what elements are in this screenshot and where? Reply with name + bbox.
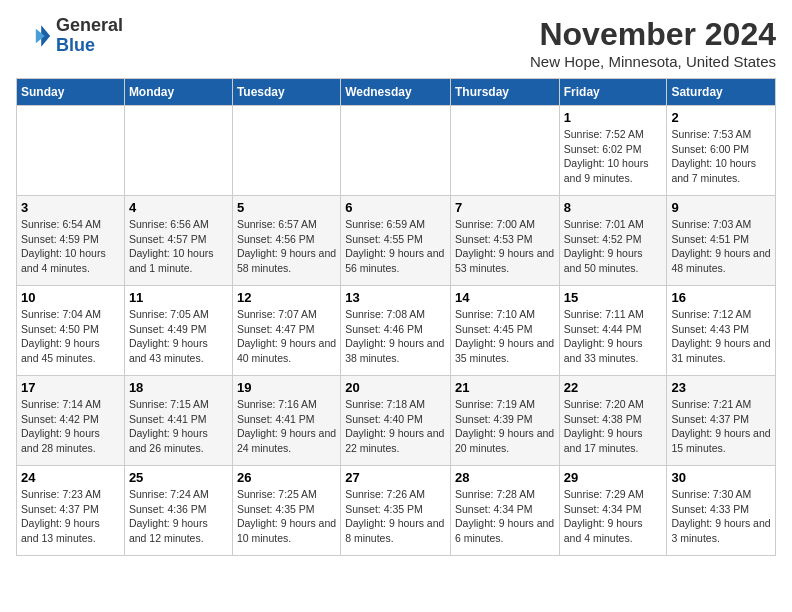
calendar-cell: 26Sunrise: 7:25 AM Sunset: 4:35 PM Dayli… (232, 466, 340, 556)
day-info: Sunrise: 7:23 AM Sunset: 4:37 PM Dayligh… (21, 487, 120, 546)
calendar-cell: 4Sunrise: 6:56 AM Sunset: 4:57 PM Daylig… (124, 196, 232, 286)
day-info: Sunrise: 7:14 AM Sunset: 4:42 PM Dayligh… (21, 397, 120, 456)
day-of-week-header: Sunday (17, 79, 125, 106)
day-number: 14 (455, 290, 555, 305)
calendar-week-row: 3Sunrise: 6:54 AM Sunset: 4:59 PM Daylig… (17, 196, 776, 286)
calendar-cell: 8Sunrise: 7:01 AM Sunset: 4:52 PM Daylig… (559, 196, 667, 286)
calendar-cell: 19Sunrise: 7:16 AM Sunset: 4:41 PM Dayli… (232, 376, 340, 466)
calendar-cell: 7Sunrise: 7:00 AM Sunset: 4:53 PM Daylig… (450, 196, 559, 286)
day-number: 7 (455, 200, 555, 215)
day-info: Sunrise: 7:12 AM Sunset: 4:43 PM Dayligh… (671, 307, 771, 366)
day-info: Sunrise: 7:53 AM Sunset: 6:00 PM Dayligh… (671, 127, 771, 186)
day-info: Sunrise: 7:18 AM Sunset: 4:40 PM Dayligh… (345, 397, 446, 456)
day-number: 16 (671, 290, 771, 305)
title-block: November 2024 New Hope, Minnesota, Unite… (530, 16, 776, 70)
logo-text: General Blue (56, 16, 123, 56)
calendar-cell: 13Sunrise: 7:08 AM Sunset: 4:46 PM Dayli… (341, 286, 451, 376)
day-info: Sunrise: 7:26 AM Sunset: 4:35 PM Dayligh… (345, 487, 446, 546)
day-info: Sunrise: 6:59 AM Sunset: 4:55 PM Dayligh… (345, 217, 446, 276)
day-number: 15 (564, 290, 663, 305)
location-subtitle: New Hope, Minnesota, United States (530, 53, 776, 70)
calendar-week-row: 10Sunrise: 7:04 AM Sunset: 4:50 PM Dayli… (17, 286, 776, 376)
day-number: 9 (671, 200, 771, 215)
day-info: Sunrise: 7:29 AM Sunset: 4:34 PM Dayligh… (564, 487, 663, 546)
day-number: 10 (21, 290, 120, 305)
calendar-week-row: 17Sunrise: 7:14 AM Sunset: 4:42 PM Dayli… (17, 376, 776, 466)
page-header: General Blue November 2024 New Hope, Min… (16, 16, 776, 70)
day-number: 18 (129, 380, 228, 395)
calendar-cell: 20Sunrise: 7:18 AM Sunset: 4:40 PM Dayli… (341, 376, 451, 466)
day-of-week-header: Friday (559, 79, 667, 106)
day-number: 17 (21, 380, 120, 395)
calendar-cell (17, 106, 125, 196)
month-year-title: November 2024 (530, 16, 776, 53)
calendar-cell: 21Sunrise: 7:19 AM Sunset: 4:39 PM Dayli… (450, 376, 559, 466)
calendar-cell: 1Sunrise: 7:52 AM Sunset: 6:02 PM Daylig… (559, 106, 667, 196)
day-info: Sunrise: 7:10 AM Sunset: 4:45 PM Dayligh… (455, 307, 555, 366)
day-number: 30 (671, 470, 771, 485)
day-number: 28 (455, 470, 555, 485)
day-of-week-header: Thursday (450, 79, 559, 106)
day-info: Sunrise: 7:28 AM Sunset: 4:34 PM Dayligh… (455, 487, 555, 546)
day-number: 11 (129, 290, 228, 305)
calendar-header: SundayMondayTuesdayWednesdayThursdayFrid… (17, 79, 776, 106)
calendar-cell: 18Sunrise: 7:15 AM Sunset: 4:41 PM Dayli… (124, 376, 232, 466)
day-number: 23 (671, 380, 771, 395)
day-info: Sunrise: 7:24 AM Sunset: 4:36 PM Dayligh… (129, 487, 228, 546)
calendar-cell (124, 106, 232, 196)
calendar-cell: 2Sunrise: 7:53 AM Sunset: 6:00 PM Daylig… (667, 106, 776, 196)
day-info: Sunrise: 7:01 AM Sunset: 4:52 PM Dayligh… (564, 217, 663, 276)
calendar-cell: 3Sunrise: 6:54 AM Sunset: 4:59 PM Daylig… (17, 196, 125, 286)
calendar-cell: 23Sunrise: 7:21 AM Sunset: 4:37 PM Dayli… (667, 376, 776, 466)
calendar-cell: 22Sunrise: 7:20 AM Sunset: 4:38 PM Dayli… (559, 376, 667, 466)
calendar-cell: 11Sunrise: 7:05 AM Sunset: 4:49 PM Dayli… (124, 286, 232, 376)
day-number: 20 (345, 380, 446, 395)
day-number: 12 (237, 290, 336, 305)
day-number: 6 (345, 200, 446, 215)
calendar-cell: 24Sunrise: 7:23 AM Sunset: 4:37 PM Dayli… (17, 466, 125, 556)
day-number: 2 (671, 110, 771, 125)
day-number: 24 (21, 470, 120, 485)
day-info: Sunrise: 7:11 AM Sunset: 4:44 PM Dayligh… (564, 307, 663, 366)
day-info: Sunrise: 7:04 AM Sunset: 4:50 PM Dayligh… (21, 307, 120, 366)
calendar-cell: 14Sunrise: 7:10 AM Sunset: 4:45 PM Dayli… (450, 286, 559, 376)
day-info: Sunrise: 7:16 AM Sunset: 4:41 PM Dayligh… (237, 397, 336, 456)
day-number: 21 (455, 380, 555, 395)
day-info: Sunrise: 7:07 AM Sunset: 4:47 PM Dayligh… (237, 307, 336, 366)
calendar-cell: 29Sunrise: 7:29 AM Sunset: 4:34 PM Dayli… (559, 466, 667, 556)
calendar-cell: 28Sunrise: 7:28 AM Sunset: 4:34 PM Dayli… (450, 466, 559, 556)
day-info: Sunrise: 7:03 AM Sunset: 4:51 PM Dayligh… (671, 217, 771, 276)
day-info: Sunrise: 7:25 AM Sunset: 4:35 PM Dayligh… (237, 487, 336, 546)
day-number: 8 (564, 200, 663, 215)
day-of-week-header: Tuesday (232, 79, 340, 106)
calendar-cell: 12Sunrise: 7:07 AM Sunset: 4:47 PM Dayli… (232, 286, 340, 376)
calendar-table: SundayMondayTuesdayWednesdayThursdayFrid… (16, 78, 776, 556)
calendar-cell: 25Sunrise: 7:24 AM Sunset: 4:36 PM Dayli… (124, 466, 232, 556)
day-info: Sunrise: 7:20 AM Sunset: 4:38 PM Dayligh… (564, 397, 663, 456)
calendar-cell: 16Sunrise: 7:12 AM Sunset: 4:43 PM Dayli… (667, 286, 776, 376)
calendar-week-row: 24Sunrise: 7:23 AM Sunset: 4:37 PM Dayli… (17, 466, 776, 556)
calendar-cell: 6Sunrise: 6:59 AM Sunset: 4:55 PM Daylig… (341, 196, 451, 286)
day-of-week-header: Monday (124, 79, 232, 106)
day-of-week-header: Saturday (667, 79, 776, 106)
calendar-cell: 15Sunrise: 7:11 AM Sunset: 4:44 PM Dayli… (559, 286, 667, 376)
calendar-cell (232, 106, 340, 196)
day-number: 26 (237, 470, 336, 485)
calendar-cell: 5Sunrise: 6:57 AM Sunset: 4:56 PM Daylig… (232, 196, 340, 286)
day-info: Sunrise: 6:54 AM Sunset: 4:59 PM Dayligh… (21, 217, 120, 276)
day-number: 4 (129, 200, 228, 215)
day-number: 5 (237, 200, 336, 215)
day-info: Sunrise: 7:21 AM Sunset: 4:37 PM Dayligh… (671, 397, 771, 456)
day-of-week-header: Wednesday (341, 79, 451, 106)
day-info: Sunrise: 7:05 AM Sunset: 4:49 PM Dayligh… (129, 307, 228, 366)
day-info: Sunrise: 7:52 AM Sunset: 6:02 PM Dayligh… (564, 127, 663, 186)
day-info: Sunrise: 7:19 AM Sunset: 4:39 PM Dayligh… (455, 397, 555, 456)
calendar-cell: 9Sunrise: 7:03 AM Sunset: 4:51 PM Daylig… (667, 196, 776, 286)
day-info: Sunrise: 7:08 AM Sunset: 4:46 PM Dayligh… (345, 307, 446, 366)
calendar-cell: 10Sunrise: 7:04 AM Sunset: 4:50 PM Dayli… (17, 286, 125, 376)
day-number: 3 (21, 200, 120, 215)
calendar-cell: 27Sunrise: 7:26 AM Sunset: 4:35 PM Dayli… (341, 466, 451, 556)
calendar-week-row: 1Sunrise: 7:52 AM Sunset: 6:02 PM Daylig… (17, 106, 776, 196)
calendar-cell (341, 106, 451, 196)
day-number: 27 (345, 470, 446, 485)
